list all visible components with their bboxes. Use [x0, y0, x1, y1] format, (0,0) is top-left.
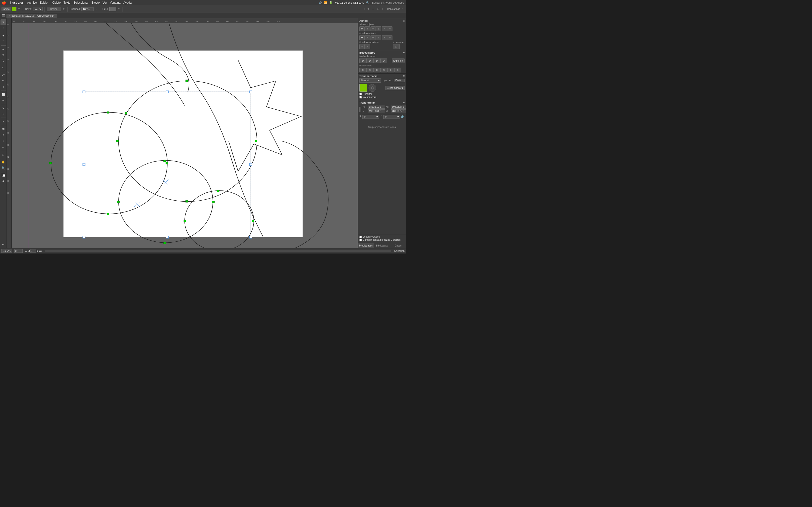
- shaper-btn[interactable]: ✧: [0, 84, 6, 90]
- dist-hcenter-btn[interactable]: ⊤: [365, 35, 370, 40]
- bt-4-btn[interactable]: ⊡: [380, 68, 387, 72]
- rot-select[interactable]: 0°: [362, 115, 379, 119]
- magic-wand-btn[interactable]: ✦: [0, 33, 6, 39]
- dist-right-btn[interactable]: ⊣: [370, 35, 376, 40]
- artboard-btn[interactable]: ⬚: [0, 152, 6, 157]
- transform-options-btn[interactable]: ⋮: [400, 7, 405, 11]
- align-h-right-btn[interactable]: ⊤: [366, 7, 371, 11]
- drawing-mode-btn[interactable]: ◉: [0, 178, 6, 184]
- tab-propiedades[interactable]: Propiedades: [358, 243, 374, 248]
- pen-btn[interactable]: ✒: [0, 46, 6, 52]
- cambiar-escala-checkbox[interactable]: [359, 239, 362, 241]
- mesh-btn[interactable]: #: [0, 132, 6, 138]
- zoom-input[interactable]: [1, 249, 12, 253]
- style-options-btn[interactable]: ▾: [117, 7, 120, 11]
- y-input[interactable]: [368, 109, 385, 113]
- align-h-center-btn[interactable]: ⊣: [361, 7, 366, 11]
- x-input[interactable]: [368, 105, 385, 109]
- crear-mascara-btn[interactable]: Crear máscara: [385, 86, 405, 90]
- search-help[interactable]: Buscar en Ayuda de Adobe: [372, 1, 404, 4]
- fill-box[interactable]: [2, 173, 5, 176]
- al-input[interactable]: [391, 109, 406, 113]
- nav-last-btn[interactable]: ⏭: [39, 249, 42, 252]
- link-icon[interactable]: 🔗: [401, 115, 405, 119]
- menu-ayuda[interactable]: Ayuda: [123, 1, 132, 4]
- align-h-left-btn[interactable]: ⊢: [357, 7, 361, 11]
- opacity-input[interactable]: [82, 7, 94, 11]
- dist-top-btn[interactable]: ⊥: [376, 35, 382, 40]
- align-left-btn[interactable]: ⊢: [359, 26, 365, 31]
- dist-bottom-btn[interactable]: ⊨: [387, 35, 393, 40]
- stroke-options-btn[interactable]: ▾: [62, 7, 65, 11]
- trazo-select[interactable]: —: [33, 7, 43, 11]
- dist-esp-v-btn[interactable]: ↕: [365, 44, 370, 49]
- panel-toggle-btn[interactable]: ☰: [1, 13, 6, 18]
- eraser-btn[interactable]: ⬜: [0, 92, 6, 97]
- no-mask-icon[interactable]: ⊘: [368, 84, 376, 92]
- scissors-btn[interactable]: ✂: [0, 98, 6, 103]
- an-input[interactable]: [391, 105, 406, 109]
- zoom-btn[interactable]: 🔍: [0, 165, 6, 171]
- tab-capas[interactable]: Capas: [390, 243, 406, 248]
- lasso-btn[interactable]: ⌒: [0, 39, 6, 45]
- align-menu-icon[interactable]: ☰: [403, 20, 405, 22]
- menu-seleccionar[interactable]: Seleccionar: [73, 1, 89, 4]
- bt-6-btn[interactable]: ⊖: [394, 68, 401, 72]
- bt-5-btn[interactable]: ⊕: [388, 68, 394, 72]
- menu-efecto[interactable]: Efecto: [91, 1, 100, 4]
- bt-1-btn[interactable]: ⊞: [359, 68, 366, 72]
- nav-next-btn[interactable]: ▶: [37, 249, 39, 252]
- gradient-btn[interactable]: ▦: [0, 126, 6, 132]
- mf-exclude-btn[interactable]: ⊘: [380, 58, 387, 63]
- shear-select[interactable]: 0°: [383, 115, 400, 119]
- pencil-btn[interactable]: ✏: [0, 78, 6, 84]
- canvas-area[interactable]: 20 40 60 80 100 120 140 160 180 200 220 …: [7, 18, 358, 248]
- menu-archivo[interactable]: Archivo: [27, 1, 37, 4]
- style-color-box[interactable]: [109, 7, 116, 11]
- file-tab-postal[interactable]: × postal.ai* @ 120.2 % (RGB/Contornear): [6, 14, 57, 18]
- expandir-btn[interactable]: Expandir: [392, 58, 405, 63]
- align-right-btn[interactable]: ⊣: [370, 26, 376, 31]
- recortar-checkbox[interactable]: [359, 93, 362, 95]
- align-v-bottom-btn[interactable]: ⊦: [381, 7, 385, 11]
- transform-origin-grid[interactable]: [359, 107, 361, 112]
- opacity-up-btn[interactable]: ↑: [95, 7, 98, 11]
- nav-first-btn[interactable]: ⏮: [24, 249, 27, 252]
- escalar-vertices-checkbox[interactable]: [359, 236, 362, 238]
- direct-selection-btn[interactable]: ↗: [0, 25, 6, 31]
- apple-menu[interactable]: 🍎: [2, 1, 6, 5]
- align-v-center-btn[interactable]: ⊨: [376, 7, 380, 11]
- alinear-con-btn[interactable]: ⬚: [393, 44, 400, 49]
- line-btn[interactable]: ╲: [0, 58, 6, 64]
- color-thumbnail[interactable]: [359, 84, 367, 92]
- selection-tool-btn[interactable]: ↖: [0, 19, 6, 25]
- menu-objeto[interactable]: Objeto: [52, 1, 61, 4]
- bt-3-btn[interactable]: ⊠: [373, 68, 380, 72]
- inv-mascara-checkbox[interactable]: [359, 96, 362, 99]
- dist-esp-h-btn[interactable]: ↔: [359, 44, 365, 49]
- tab-bibliotecas[interactable]: Bibliotecas: [374, 243, 390, 248]
- more-tools-btn[interactable]: ⋯: [0, 241, 6, 247]
- warp-btn[interactable]: ≋: [0, 119, 6, 124]
- align-v-top-btn[interactable]: ⊥: [371, 7, 375, 11]
- menu-ventana[interactable]: Ventana: [110, 1, 120, 4]
- scale-btn[interactable]: ⤡: [0, 111, 6, 117]
- align-bottom-btn[interactable]: ⊨: [387, 26, 393, 31]
- mf-minus-btn[interactable]: ⊖: [366, 58, 373, 63]
- file-tab-close-icon[interactable]: ×: [9, 14, 11, 17]
- bt-2-btn[interactable]: ⊟: [366, 68, 373, 72]
- paintbrush-btn[interactable]: 🖌: [0, 72, 6, 78]
- dist-left-btn[interactable]: ⊢: [359, 35, 365, 40]
- fill-options-btn[interactable]: ▾: [17, 7, 21, 11]
- menu-texto[interactable]: Texto: [63, 1, 70, 4]
- fill-color-box[interactable]: [12, 7, 16, 11]
- mf-unite-btn[interactable]: ⊕: [359, 58, 366, 63]
- menu-ver[interactable]: Ver: [103, 1, 107, 4]
- rotate-btn[interactable]: ↻: [0, 105, 6, 111]
- search-icon[interactable]: 🔍: [366, 1, 369, 4]
- pathfinder-menu-icon[interactable]: ☰: [403, 52, 405, 54]
- opacity-panel-input[interactable]: [394, 79, 405, 82]
- align-hcenter-btn[interactable]: ⊤: [365, 26, 370, 31]
- blend-btn[interactable]: ∞: [0, 144, 6, 150]
- blend-mode-select[interactable]: Normal Multiplicar Pantalla: [359, 78, 381, 82]
